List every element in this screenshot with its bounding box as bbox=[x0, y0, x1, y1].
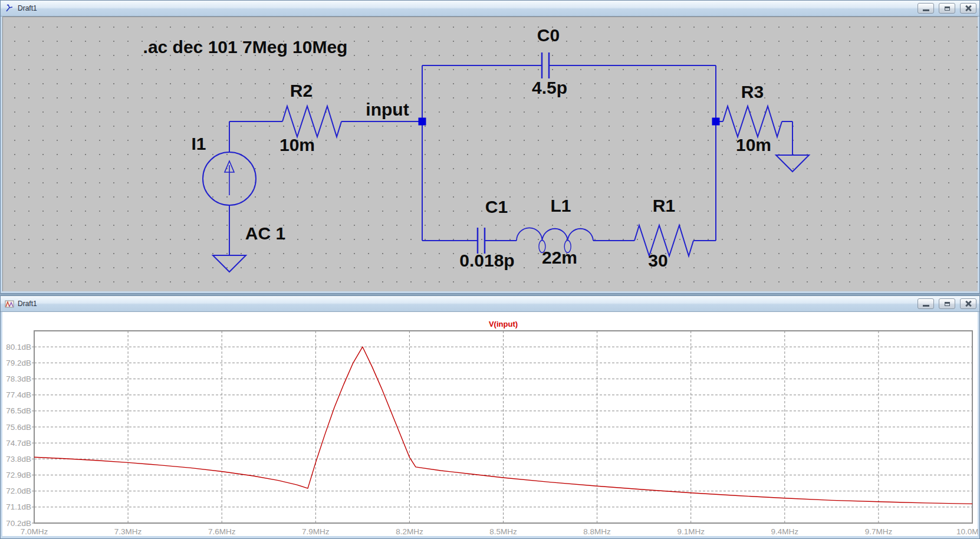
close-button[interactable] bbox=[960, 298, 976, 309]
schematic-file-icon bbox=[5, 4, 14, 13]
current-arrow-icon bbox=[225, 161, 234, 195]
axis-tick-label: 73.8dB bbox=[6, 455, 31, 464]
label-c1-value[interactable]: 0.018p bbox=[459, 249, 514, 272]
axis-tick-label: 80.1dB bbox=[6, 343, 31, 351]
restore-down-icon bbox=[945, 6, 950, 11]
label-i1-value[interactable]: AC 1 bbox=[245, 222, 285, 245]
schematic-window-title: Draft1 bbox=[18, 4, 37, 12]
axis-tick-label: 70.2dB bbox=[6, 519, 31, 528]
inductor-l1-symbol[interactable] bbox=[517, 228, 593, 241]
label-i1-ref[interactable]: I1 bbox=[191, 133, 206, 155]
axis-tick-label: 7.0MHz bbox=[21, 527, 48, 536]
axis-tick-label: 75.6dB bbox=[6, 423, 31, 432]
waveform-window-title: Draft1 bbox=[18, 300, 37, 308]
wire[interactable] bbox=[782, 121, 792, 155]
axis-tick-label: 77.4dB bbox=[6, 390, 31, 399]
resistor-r2-symbol[interactable] bbox=[282, 106, 341, 137]
minimize-icon bbox=[923, 305, 929, 307]
close-icon bbox=[965, 5, 972, 12]
axis-tick-label: 72.0dB bbox=[6, 487, 31, 495]
label-c1-ref[interactable]: C1 bbox=[485, 196, 508, 218]
axis-tick-label: 7.3MHz bbox=[114, 527, 142, 536]
restore-down-button[interactable] bbox=[939, 298, 955, 309]
label-l1-ref[interactable]: L1 bbox=[550, 195, 571, 217]
axis-tick-label: 72.9dB bbox=[6, 471, 31, 479]
axis-tick-label: 71.1dB bbox=[6, 502, 31, 511]
axis-tick-label: 10.0MHz bbox=[956, 527, 978, 536]
capacitor-c0-symbol[interactable] bbox=[542, 52, 549, 78]
minimize-button[interactable] bbox=[917, 3, 934, 14]
net-node[interactable] bbox=[712, 118, 720, 126]
axis-tick-label: 7.9MHz bbox=[302, 527, 330, 536]
axis-tick-label: 79.2dB bbox=[6, 359, 31, 367]
ground-icon[interactable] bbox=[776, 155, 809, 172]
axis-tick-label: 9.7MHz bbox=[865, 527, 893, 536]
label-r3-ref[interactable]: R3 bbox=[741, 81, 764, 103]
label-r2-value[interactable]: 10m bbox=[279, 134, 315, 156]
axis-tick-label: 8.5MHz bbox=[489, 527, 517, 536]
axis-tick-label: 9.1MHz bbox=[677, 527, 705, 536]
axis-tick-label: 76.5dB bbox=[6, 406, 31, 415]
restore-down-icon bbox=[945, 302, 950, 306]
desktop: { "schematic_window": { "title": "Draft1… bbox=[0, 0, 980, 539]
axis-tick-label: 8.8MHz bbox=[583, 527, 611, 536]
waveform-window-controls bbox=[917, 298, 976, 309]
label-r2-ref[interactable]: R2 bbox=[290, 80, 313, 102]
net-label-input[interactable]: input bbox=[366, 98, 409, 121]
label-l1-value[interactable]: 22m bbox=[542, 247, 577, 269]
waveform-titlebar[interactable]: Draft1 bbox=[1, 296, 979, 312]
schematic-window: Draft1 bbox=[0, 0, 980, 294]
plot-drawing: 80.1dB79.2dB78.3dB77.4dB76.5dB75.6dB74.7… bbox=[2, 312, 978, 536]
plot-canvas[interactable]: V(input) 80.1dB79.2dB78.3dB77.4dB76.5dB7… bbox=[2, 312, 978, 536]
axis-tick-label: 8.2MHz bbox=[396, 527, 423, 536]
schematic-titlebar[interactable]: Draft1 bbox=[1, 1, 979, 17]
label-r1-value[interactable]: 30 bbox=[648, 249, 667, 272]
close-button[interactable] bbox=[960, 3, 976, 14]
close-icon bbox=[965, 300, 972, 307]
label-c0-value[interactable]: 4.5p bbox=[532, 77, 567, 99]
waveform-file-icon bbox=[5, 299, 14, 308]
label-r1-ref[interactable]: R1 bbox=[653, 195, 675, 217]
resistor-r3-symbol[interactable] bbox=[723, 106, 782, 137]
restore-down-button[interactable] bbox=[939, 3, 955, 14]
waveform-window: Draft1 V(input) 80.1dB79.2dB78.3dB77.4dB… bbox=[0, 295, 980, 539]
minimize-icon bbox=[923, 9, 929, 11]
axis-tick-label: 9.4MHz bbox=[771, 527, 799, 536]
net-node-input[interactable] bbox=[419, 118, 426, 126]
axis-tick-label: 74.7dB bbox=[6, 439, 31, 448]
label-r3-value[interactable]: 10m bbox=[736, 134, 771, 156]
schematic-window-controls bbox=[917, 3, 976, 14]
ground-icon[interactable] bbox=[213, 255, 246, 272]
schematic-canvas[interactable]: .ac dec 101 7Meg 10Meg I1 AC 1 R2 10m in… bbox=[2, 17, 978, 291]
minimize-button[interactable] bbox=[917, 298, 934, 309]
spice-directive[interactable]: .ac dec 101 7Meg 10Meg bbox=[143, 36, 348, 58]
label-c0-ref[interactable]: C0 bbox=[537, 24, 560, 47]
axis-tick-label: 7.6MHz bbox=[208, 527, 236, 536]
axis-tick-label: 78.3dB bbox=[6, 374, 31, 383]
